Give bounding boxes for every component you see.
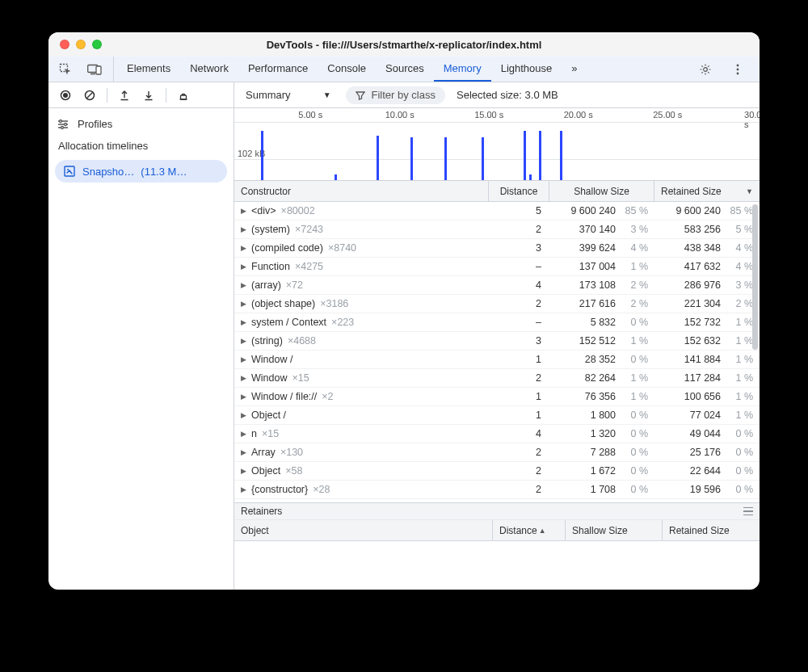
col-distance[interactable]: Distance [489,181,549,201]
tabs-overflow-icon[interactable]: » [562,57,584,82]
row-retained-pct: 0 % [724,484,753,495]
import-icon[interactable] [138,85,159,106]
expand-icon[interactable]: ▶ [241,448,246,456]
row-retained: 152 632 [663,335,721,346]
col-shallow-size[interactable]: Shallow Size [549,181,654,201]
expand-icon[interactable]: ▶ [241,225,246,233]
tab-console[interactable]: Console [318,57,376,82]
maximize-icon[interactable] [92,40,102,49]
row-shallow-pct: 3 % [619,224,648,235]
table-row[interactable]: ▶<div> ×8000259 600 24085 %9 600 24085 % [234,202,760,220]
tab-lighthouse[interactable]: Lighthouse [491,57,562,82]
row-distance: 1 [489,354,549,365]
row-shallow: 152 512 [558,335,616,346]
rcol-shallow[interactable]: Shallow Size [566,520,663,540]
gear-icon[interactable] [695,59,716,80]
minimize-icon[interactable] [76,40,86,49]
svg-point-11 [60,120,62,122]
device-toolbar-icon[interactable] [84,59,105,80]
tab-sources[interactable]: Sources [376,57,434,82]
svg-point-15 [67,169,69,170]
table-row[interactable]: ▶Array ×13027 2880 %25 1760 % [234,443,760,462]
row-retained-pct: 4 % [724,242,753,254]
table-row[interactable]: ▶Window / file:// ×2176 3561 %100 6561 % [234,388,760,406]
expand-icon[interactable]: ▶ [241,207,246,215]
sort-desc-icon: ▼ [746,187,753,195]
row-shallow-pct: 1 % [619,261,648,272]
row-retained: 25 176 [663,447,721,458]
row-retained-pct: 1 % [724,372,753,384]
row-shallow-pct: 0 % [619,484,648,495]
constructors-body[interactable]: ▶<div> ×8000259 600 24085 %9 600 24085 %… [234,202,760,502]
table-row[interactable]: ▶(array) ×724173 1082 %286 9763 % [234,276,760,295]
rcol-retained[interactable]: Retained Size [663,520,760,540]
inspect-element-icon[interactable] [55,59,76,80]
expand-icon[interactable]: ▶ [241,281,246,289]
expand-icon[interactable]: ▶ [241,300,246,308]
expand-icon[interactable]: ▶ [241,374,246,382]
row-distance: 5 [489,205,549,216]
expand-icon[interactable]: ▶ [241,393,246,401]
expand-icon[interactable]: ▶ [241,430,246,438]
table-row[interactable]: ▶(compiled code) ×87403399 6244 %438 348… [234,239,760,258]
record-icon[interactable] [55,85,76,106]
tab-memory[interactable]: Memory [434,57,491,82]
table-row[interactable]: ▶{constructor} ×2821 7080 %19 5960 % [234,481,760,499]
table-row[interactable]: ▶(object shape) ×31862217 6162 %221 3042… [234,295,760,313]
export-icon[interactable] [114,85,135,106]
table-row[interactable]: ▶n ×1541 3200 %49 0440 % [234,425,760,443]
close-icon[interactable] [60,40,69,49]
rcol-distance[interactable]: Distance▲ [493,520,566,540]
expand-icon[interactable]: ▶ [241,318,246,326]
table-row[interactable]: ▶Window /128 3520 %141 8841 % [234,351,760,369]
table-row[interactable]: ▶Window ×15282 2641 %117 2841 % [234,369,760,388]
allocation-timeline[interactable]: 5.00 s 10.00 s 15.00 s 20.00 s 25.00 s 3… [234,108,760,181]
table-row[interactable]: ▶(string) ×46883152 5121 %152 6321 % [234,332,760,351]
row-name: Array [251,447,276,458]
col-constructor[interactable]: Constructor [234,181,489,201]
expand-icon[interactable]: ▶ [241,467,246,475]
view-select[interactable]: Summary ▼ [242,89,335,101]
tab-performance[interactable]: Performance [238,57,318,82]
panel-menu-icon[interactable] [743,507,753,515]
retainers-header[interactable]: Retainers [234,502,760,520]
row-shallow-pct: 1 % [619,391,648,402]
row-distance: 1 [489,410,549,421]
expand-icon[interactable]: ▶ [241,262,246,271]
table-row[interactable]: ▶(system) ×72432370 1403 %583 2565 % [234,220,760,239]
garbage-collect-icon[interactable] [173,85,194,106]
row-name: (string) [251,335,283,346]
profiles-header[interactable]: Profiles [48,113,234,135]
row-count: ×130 [280,447,303,458]
row-retained: 221 304 [663,298,721,309]
expand-icon[interactable]: ▶ [241,355,246,363]
kebab-menu-icon[interactable] [727,59,748,80]
expand-icon[interactable]: ▶ [241,411,246,419]
view-select-label: Summary [246,89,291,101]
row-retained-pct: 1 % [724,354,753,365]
table-row[interactable]: ▶Object ×5821 6720 %22 6440 % [234,462,760,481]
tab-network[interactable]: Network [180,57,238,82]
table-row[interactable]: ▶Object /11 8000 %77 0241 % [234,406,760,425]
clear-icon[interactable] [79,85,100,106]
table-row[interactable]: ▶system / Context ×223–5 8320 %152 7321 … [234,313,760,332]
scrollbar-thumb[interactable] [752,204,758,350]
row-name: (object shape) [251,298,315,309]
row-shallow: 5 832 [558,317,616,328]
row-distance: 2 [489,447,549,458]
col-retained-size[interactable]: Retained Size ▼ [654,181,760,201]
table-row[interactable]: ▶Function ×4275–137 0041 %417 6324 % [234,258,760,276]
rcol-object[interactable]: Object [234,520,493,540]
row-shallow-pct: 0 % [619,410,648,421]
snapshot-item[interactable]: Snapsho… (11.3 M… [55,160,227,183]
row-shallow-pct: 0 % [619,317,648,328]
expand-icon[interactable]: ▶ [241,337,246,345]
class-filter-input[interactable]: Filter by class [346,86,445,104]
row-retained-pct: 85 % [724,205,753,216]
tab-elements[interactable]: Elements [117,57,180,82]
expand-icon[interactable]: ▶ [241,485,246,494]
snapshot-name: Snapsho… [82,166,134,178]
expand-icon[interactable]: ▶ [241,244,246,252]
section-allocation-timelines[interactable]: Allocation timelines [48,135,234,157]
row-retained: 417 632 [663,261,721,272]
